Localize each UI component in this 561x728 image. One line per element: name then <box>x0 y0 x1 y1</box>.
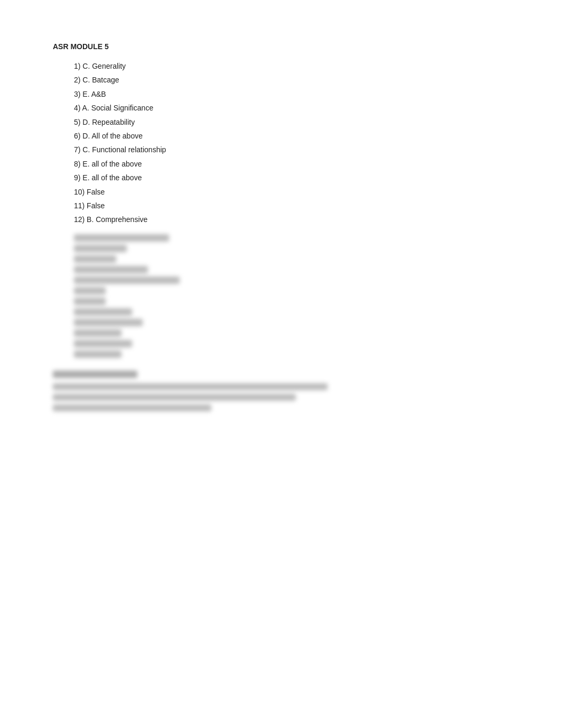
page-container: ASR MODULE 5 1) C. Generality2) C. Batca… <box>0 0 561 457</box>
list-item: 4) A. Social Significance <box>74 102 508 114</box>
list-item: 3) E. A&B <box>74 88 508 100</box>
list-item: 1) C. Generality <box>74 60 508 72</box>
blurred-bottom-section <box>53 371 508 411</box>
list-item: 5) D. Repeatability <box>74 116 508 128</box>
list-item: 11) False <box>74 200 508 211</box>
answer-list: 1) C. Generality2) C. Batcage3) E. A&B4)… <box>74 60 508 226</box>
list-item: 7) C. Functional relationship <box>74 144 508 155</box>
blurred-answers <box>74 234 508 358</box>
list-item: 10) False <box>74 186 508 198</box>
page-title: ASR MODULE 5 <box>53 42 508 51</box>
list-item: 8) E. all of the above <box>74 158 508 170</box>
list-item: 9) E. all of the above <box>74 172 508 183</box>
list-item: 12) B. Comprehensive <box>74 214 508 225</box>
list-item: 6) D. All of the above <box>74 130 508 142</box>
list-item: 2) C. Batcage <box>74 74 508 86</box>
